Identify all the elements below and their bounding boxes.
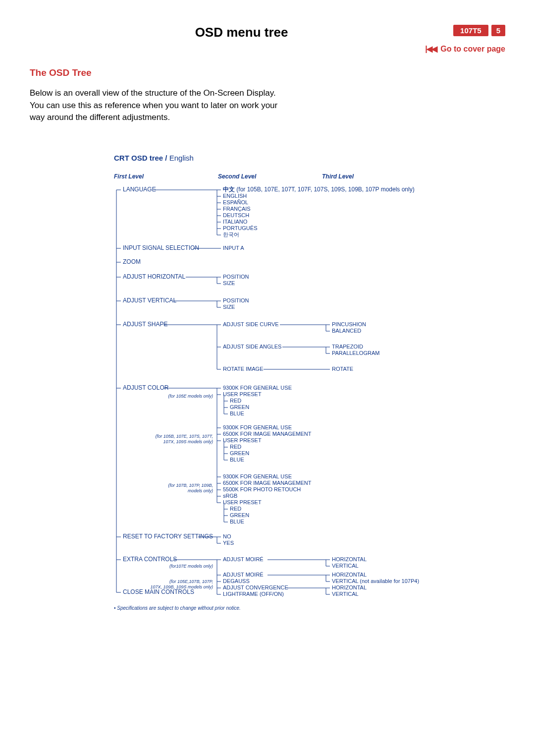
svg-text:VERTICAL: VERTICAL — [332, 563, 359, 569]
svg-text:DEGAUSS: DEGAUSS — [223, 578, 250, 584]
svg-text:ADJUST MOIRÉ: ADJUST MOIRÉ — [223, 556, 264, 562]
osd-tree-diagram: CRT OSD tree / English First Level Secon… — [114, 154, 505, 611]
svg-text:(for 105B, 107E, 107S, 107T,: (for 105B, 107E, 107S, 107T, — [156, 434, 213, 439]
svg-text:FRANÇAIS: FRANÇAIS — [223, 206, 251, 212]
svg-text:BLUE: BLUE — [230, 519, 244, 524]
tree-title: CRT OSD tree / English — [114, 154, 505, 162]
svg-text:107X, 109B, 109S models only): 107X, 109B, 109S models only) — [150, 584, 213, 589]
svg-text:ZOOM: ZOOM — [123, 258, 141, 265]
svg-text:ADJUST SIDE ANGLES: ADJUST SIDE ANGLES — [223, 344, 281, 349]
svg-text:HORIZONTAL: HORIZONTAL — [332, 584, 367, 590]
footnote: • Specifications are subject to change w… — [114, 605, 505, 611]
section-heading: The OSD Tree — [30, 67, 505, 78]
svg-text:(for 105E models only): (for 105E models only) — [168, 394, 213, 399]
svg-text:9300K FOR GENERAL USE: 9300K FOR GENERAL USE — [223, 424, 292, 430]
svg-text:(for107E models only): (for107E models only) — [169, 564, 213, 569]
svg-text:YES: YES — [223, 540, 234, 546]
rewind-icon: |◀◀ — [425, 45, 436, 53]
svg-text:PORTUGUÊS: PORTUGUÊS — [223, 225, 257, 231]
tree-svg: LANGUAGE INPUT SIGNAL SELECTION ZOOM ADJ… — [114, 185, 451, 601]
svg-text:USER PRESET: USER PRESET — [223, 437, 262, 443]
svg-text:ADJUST MOIRÉ: ADJUST MOIRÉ — [223, 572, 264, 578]
svg-text:RED: RED — [230, 506, 241, 512]
svg-text:6500K FOR IMAGE MANAGEMENT: 6500K FOR IMAGE MANAGEMENT — [223, 480, 312, 486]
svg-text:LANGUAGE: LANGUAGE — [123, 186, 156, 193]
svg-text:ITALIANO: ITALIANO — [223, 219, 248, 225]
svg-text:SIZE: SIZE — [223, 304, 235, 310]
svg-text:PARALLELOGRAM: PARALLELOGRAM — [332, 350, 379, 356]
svg-text:USER PRESET: USER PRESET — [223, 499, 262, 505]
svg-text:(for 107B, 107P, 109B,: (for 107B, 107P, 109B, — [168, 483, 213, 488]
svg-text:HORIZONTAL: HORIZONTAL — [332, 556, 367, 562]
svg-text:HORIZONTAL: HORIZONTAL — [332, 572, 367, 578]
cover-link-text: Go to cover page — [440, 45, 505, 53]
svg-text:中文 (for 105B, 107E, 107T, 107F: 中文 (for 105B, 107E, 107T, 107F, 107S, 10… — [223, 186, 415, 193]
svg-text:ESPAÑOL: ESPAÑOL — [223, 199, 248, 205]
svg-text:한국어: 한국어 — [223, 232, 239, 237]
svg-text:ADJUST SIDE CURVE: ADJUST SIDE CURVE — [223, 321, 279, 327]
svg-text:ADJUST VERTICAL: ADJUST VERTICAL — [123, 297, 177, 304]
svg-text:LIGHTFRAME (OFF/ON): LIGHTFRAME (OFF/ON) — [223, 591, 284, 597]
intro-paragraph: Below is an overall view of the structur… — [30, 87, 287, 124]
svg-text:GREEN: GREEN — [230, 404, 249, 410]
page-title: OSD menu tree — [30, 25, 453, 40]
svg-text:POSITION: POSITION — [223, 274, 249, 280]
svg-text:NO: NO — [223, 533, 231, 539]
svg-text:USER PRESET: USER PRESET — [223, 391, 262, 397]
svg-text:ROTATE: ROTATE — [332, 366, 353, 372]
svg-text:VERTICAL (not available for 10: VERTICAL (not available for 107P4) — [332, 578, 419, 584]
svg-text:VERTICAL: VERTICAL — [332, 591, 359, 597]
svg-text:ENGLISH: ENGLISH — [223, 193, 247, 199]
svg-text:RED: RED — [230, 398, 241, 404]
svg-text:BALANCED: BALANCED — [332, 328, 361, 334]
svg-text:DEUTSCH: DEUTSCH — [223, 212, 249, 218]
svg-text:RED: RED — [230, 444, 241, 450]
svg-text:models only): models only) — [188, 488, 213, 493]
svg-text:5500K FOR PHOTO RETOUCH: 5500K FOR PHOTO RETOUCH — [223, 486, 301, 492]
level1-label: First Level — [114, 173, 218, 180]
model-badge: 107T5 — [453, 25, 488, 36]
svg-text:BLUE: BLUE — [230, 457, 244, 463]
level2-label: Second Level — [218, 173, 322, 180]
svg-text:INPUT A: INPUT A — [223, 245, 244, 251]
svg-text:ROTATE IMAGE: ROTATE IMAGE — [223, 366, 264, 372]
svg-text:9300K FOR GENERAL USE: 9300K FOR GENERAL USE — [223, 385, 292, 391]
svg-text:(for 105E,107B, 107P,: (for 105E,107B, 107P, — [169, 579, 213, 584]
svg-text:GREEN: GREEN — [230, 512, 249, 518]
svg-text:EXTRA CONTROLS: EXTRA CONTROLS — [123, 556, 177, 563]
svg-text:GREEN: GREEN — [230, 450, 249, 456]
svg-text:9300K FOR GENERAL USE: 9300K FOR GENERAL USE — [223, 473, 292, 479]
svg-text:ADJUST SHAPE: ADJUST SHAPE — [123, 321, 167, 328]
svg-text:107X, 109S models only): 107X, 109S models only) — [163, 439, 213, 444]
svg-text:SIZE: SIZE — [223, 280, 235, 286]
level3-label: Third Level — [322, 173, 426, 180]
svg-text:sRGB: sRGB — [223, 493, 237, 499]
svg-text:RESET TO FACTORY SETTINGS: RESET TO FACTORY SETTINGS — [123, 533, 213, 540]
svg-text:TRAPEZOID: TRAPEZOID — [332, 344, 363, 349]
svg-text:ADJUST CONVERGENCE: ADJUST CONVERGENCE — [223, 584, 288, 590]
svg-text:PINCUSHION: PINCUSHION — [332, 321, 366, 327]
svg-text:BLUE: BLUE — [230, 410, 244, 416]
svg-text:POSITION: POSITION — [223, 297, 249, 303]
page-number-badge: 5 — [491, 25, 505, 36]
svg-text:ADJUST HORIZONTAL: ADJUST HORIZONTAL — [123, 273, 186, 280]
svg-text:ADJUST COLOR: ADJUST COLOR — [123, 384, 169, 391]
svg-text:INPUT SIGNAL SELECTION: INPUT SIGNAL SELECTION — [123, 244, 199, 251]
go-to-cover-link[interactable]: |◀◀ Go to cover page — [30, 44, 505, 54]
svg-text:6500K FOR IMAGE MANAGEMENT: 6500K FOR IMAGE MANAGEMENT — [223, 431, 312, 437]
